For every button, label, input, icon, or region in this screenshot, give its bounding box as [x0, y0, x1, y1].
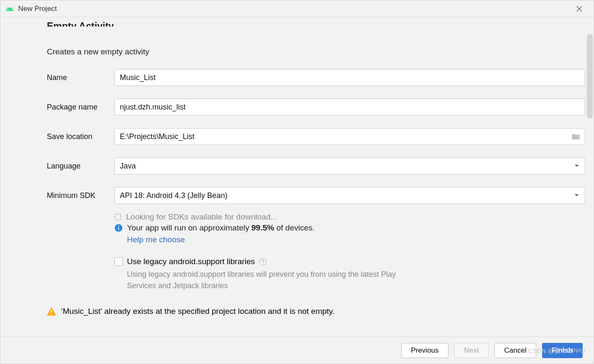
- legacy-checkbox-label: Use legacy android.support libraries: [127, 257, 255, 266]
- titlebar: New Project: [0, 0, 594, 17]
- android-icon: [5, 5, 14, 13]
- device-coverage-text: Your app will run on approximately 99.5%…: [127, 223, 315, 233]
- content-area: Empty Activity Creates a new empty activ…: [0, 17, 594, 337]
- legacy-support-checkbox[interactable]: [114, 257, 123, 266]
- location-label: Save location: [47, 132, 114, 141]
- close-icon: [576, 6, 582, 12]
- legacy-description: Using legacy android.support libraries w…: [127, 269, 422, 292]
- language-label: Language: [47, 162, 114, 171]
- svg-rect-3: [51, 310, 52, 313]
- minsdk-select[interactable]: API 18: Android 4.3 (Jelly Bean): [114, 187, 585, 204]
- finish-button[interactable]: Finish: [542, 343, 583, 358]
- next-button: Next: [454, 343, 489, 358]
- cancel-button[interactable]: Cancel: [494, 343, 536, 358]
- help-me-choose-link[interactable]: Help me choose: [127, 235, 585, 244]
- window-title: New Project: [18, 5, 57, 13]
- location-input[interactable]: [114, 128, 585, 145]
- package-input[interactable]: [114, 99, 585, 115]
- template-description: Creates a new empty activity: [47, 47, 585, 56]
- language-value: Java: [120, 162, 136, 170]
- warning-icon: [47, 307, 56, 316]
- language-select[interactable]: Java: [114, 158, 585, 174]
- new-project-dialog: New Project Empty Activity Creates a new…: [0, 0, 594, 364]
- info-icon: [114, 224, 123, 232]
- svg-rect-1: [118, 227, 119, 230]
- svg-rect-2: [118, 225, 119, 226]
- previous-button[interactable]: Previous: [401, 343, 448, 358]
- sdk-loading-text: Looking for SDKs available for download.…: [126, 212, 277, 222]
- svg-rect-4: [51, 313, 52, 314]
- name-input[interactable]: [114, 69, 585, 86]
- template-heading: Empty Activity: [47, 21, 585, 32]
- footer: Previous Next Cancel Finish: [0, 337, 594, 364]
- minsdk-label: Minimum SDK: [47, 191, 114, 200]
- warning-text: 'Music_List' already exists at the speci…: [61, 307, 335, 316]
- help-icon[interactable]: ?: [259, 258, 267, 265]
- scrollbar-thumb[interactable]: [587, 34, 593, 118]
- loading-spinner-icon: [114, 213, 122, 221]
- close-button[interactable]: [570, 3, 589, 15]
- name-label: Name: [47, 73, 114, 82]
- minsdk-value: API 18: Android 4.3 (Jelly Bean): [120, 191, 227, 200]
- package-label: Package name: [47, 103, 114, 112]
